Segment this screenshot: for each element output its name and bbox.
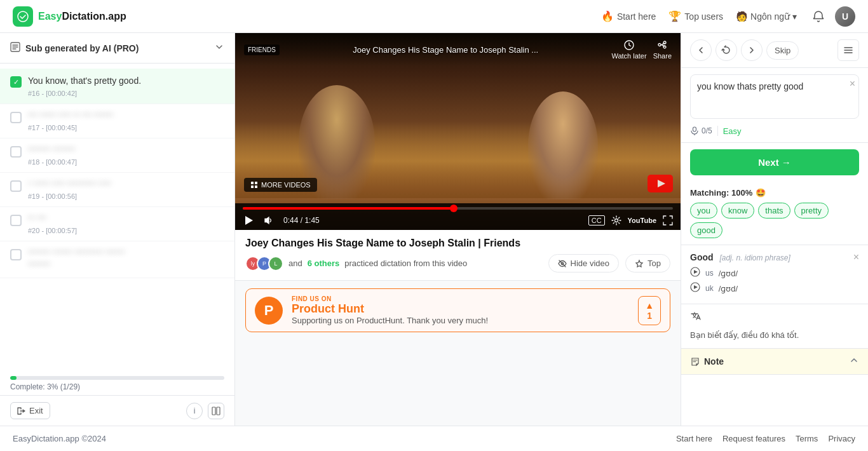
word-chip-you[interactable]: you	[690, 203, 717, 219]
def-header: Good [adj. n. idiom phrase] ×	[690, 252, 859, 263]
subtitle-checkbox-21[interactable]	[10, 249, 22, 260]
matching-title: Matching: 100% 🤩	[690, 188, 859, 198]
footer-link-start[interactable]: Start here	[676, 434, 712, 443]
svg-rect-8	[251, 182, 254, 184]
def-close-btn[interactable]: ×	[853, 252, 859, 263]
note-collapse-btn[interactable]	[849, 355, 859, 368]
subtitle-item-20[interactable]: ** *** #20 - [00:00:57]	[0, 207, 234, 241]
svg-rect-9	[255, 182, 257, 184]
sidebar-bottom: Exit i	[0, 395, 234, 426]
svg-point-7	[658, 44, 661, 46]
panel-menu-btn[interactable]	[837, 39, 859, 61]
footer: EasyDictation.app ©2024 Start here Reque…	[0, 426, 868, 451]
subtitle-text-17: *** ***** **** ** *** ******	[28, 111, 224, 122]
word-chip-good[interactable]: good	[690, 222, 722, 238]
note-title: Note	[690, 356, 724, 367]
logo[interactable]: Easy Dictation.app	[13, 6, 126, 27]
replay-btn[interactable]	[715, 39, 737, 61]
language-selector[interactable]: 🧑 Ngôn ngữ ▾	[736, 11, 797, 22]
channel-badge: FRIENDS	[244, 44, 280, 55]
exit-button[interactable]: Exit	[10, 402, 50, 419]
svg-rect-17	[693, 127, 696, 131]
others-link[interactable]: 6 others	[308, 259, 340, 268]
pron-uk-play-btn[interactable]	[690, 282, 700, 295]
back-btn[interactable]	[690, 39, 712, 61]
share-btn[interactable]: Share	[653, 39, 672, 60]
subtitle-list: ✓ You know, that's pretty good. #16 - [0…	[0, 64, 234, 370]
more-videos-btn[interactable]: MORE VIDEOS	[244, 178, 317, 192]
progress-bar-fill	[10, 376, 17, 380]
forward-btn[interactable]	[741, 39, 763, 61]
chevron-down-icon: ▾	[792, 11, 797, 22]
sidebar-collapse-btn[interactable]	[214, 42, 224, 54]
word-chip-pretty[interactable]: pretty	[794, 203, 829, 219]
header-icons: U	[810, 6, 855, 27]
ph-desc-label: Supporting us on ProductHunt. Thank you …	[292, 316, 629, 325]
subtitle-checkbox-18[interactable]	[10, 146, 22, 158]
subtitle-checkbox-20[interactable]	[10, 215, 22, 226]
pron-uk-text: /ɡʊd/	[719, 284, 738, 293]
subtitle-item-17[interactable]: *** ***** **** ** *** ****** #17 - [00:0…	[0, 104, 234, 138]
subtitle-content-20: ** *** #20 - [00:00:57]	[28, 213, 224, 234]
video-overlay-top: FRIENDS Joey Changes His Stage Name to J…	[235, 33, 681, 66]
subtitle-text-19: * ***** **** ********* ****	[28, 179, 224, 191]
start-here-nav[interactable]: 🔥 Start here	[601, 10, 656, 22]
subtitle-text-21: ******* ****** ********* *************	[28, 248, 224, 271]
word-chip-know[interactable]: know	[721, 203, 754, 219]
youtube-logo-btn[interactable]: YouTube	[628, 217, 656, 224]
notification-bell[interactable]	[810, 8, 827, 25]
video-progress-bar[interactable]	[243, 207, 673, 210]
input-area: you know thats pretty good × 0/5 Easy	[681, 68, 868, 143]
svg-rect-2	[212, 407, 215, 415]
subtitle-checkbox-17[interactable]	[10, 112, 22, 123]
subtitles-btn[interactable]: CC	[588, 215, 605, 226]
user-avatar[interactable]: U	[835, 6, 855, 27]
subtitle-item-16[interactable]: ✓ You know, that's pretty good. #16 - [0…	[0, 69, 234, 104]
app-header: Easy Dictation.app 🔥 Start here 🏆 Top us…	[0, 0, 868, 33]
svg-marker-21	[694, 285, 698, 289]
volume-button[interactable]	[263, 215, 275, 226]
flame-icon: 🔥	[601, 10, 614, 22]
footer-link-privacy[interactable]: Privacy	[828, 434, 855, 443]
hide-video-btn[interactable]: Hide video	[548, 254, 619, 273]
video-progress-fill	[243, 207, 454, 210]
play-button[interactable]	[243, 215, 254, 226]
pron-us-play-btn[interactable]	[690, 267, 700, 279]
footer-link-terms[interactable]: Terms	[796, 434, 818, 443]
top-users-nav[interactable]: 🏆 Top users	[668, 10, 723, 22]
subtitle-checkbox-19[interactable]	[10, 180, 22, 192]
settings-btn[interactable]	[611, 215, 621, 226]
split-view-button[interactable]	[208, 403, 224, 419]
header-nav: 🔥 Start here 🏆 Top users 🧑 Ngôn ngữ ▾ U	[601, 6, 855, 27]
ph-name-label: Product Hunt	[292, 302, 629, 316]
note-section: Note	[681, 349, 868, 375]
subtitle-text-20: ** ***	[28, 213, 224, 225]
logo-icon	[13, 6, 33, 27]
next-button[interactable]: Next →	[690, 149, 859, 175]
watch-later-btn[interactable]: Watch later	[611, 39, 646, 60]
subtitle-content-19: * ***** **** ********* **** #19 - [00:00…	[28, 179, 224, 200]
ph-upvote-btn[interactable]: ▲ 1	[638, 296, 661, 325]
top-btn[interactable]: Top	[625, 254, 670, 273]
video-time: 0:44 / 1:45	[283, 216, 320, 225]
translate-icon	[690, 311, 859, 326]
note-header: Note	[690, 355, 859, 368]
producthunt-banner[interactable]: P FIND US ON Product Hunt Supporting us …	[245, 288, 670, 332]
skip-button[interactable]: Skip	[766, 41, 799, 60]
controls-left: 0:44 / 1:45	[243, 215, 320, 226]
subtitle-item-18[interactable]: ******* ******* #18 - [00:00:47]	[0, 138, 234, 173]
fullscreen-btn[interactable]	[663, 215, 673, 226]
subtitle-item-21[interactable]: ******* ****** ********* *************	[0, 241, 234, 278]
info-button[interactable]: i	[186, 403, 203, 419]
ph-arrow-icon: ▲	[645, 300, 654, 311]
pron-us: us /ɡʊd/	[690, 267, 859, 279]
subtitle-item-19[interactable]: * ***** **** ********* **** #19 - [00:00…	[0, 173, 234, 207]
footer-link-features[interactable]: Request features	[722, 434, 785, 443]
def-word-label: Good [adj. n. idiom phrase]	[690, 252, 790, 262]
subtitle-checkbox-16[interactable]: ✓	[10, 76, 22, 88]
ph-logo: P	[255, 297, 283, 325]
video-player: FRIENDS Joey Changes His Stage Name to J…	[235, 33, 681, 230]
dictation-input[interactable]: you know thats pretty good	[690, 74, 859, 119]
clear-input-btn[interactable]: ×	[850, 78, 855, 90]
word-chip-thats[interactable]: thats	[758, 203, 790, 219]
